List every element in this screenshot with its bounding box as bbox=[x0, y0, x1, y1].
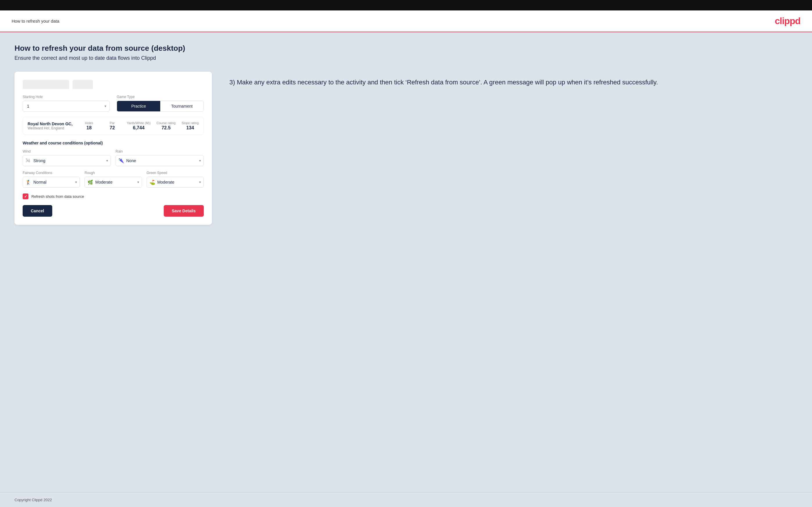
rain-label: Rain bbox=[115, 149, 204, 154]
page-title: How to refresh your data from source (de… bbox=[14, 44, 798, 53]
course-rating-value: 72.5 bbox=[161, 125, 170, 130]
refresh-row: Refresh shots from data source bbox=[22, 193, 204, 199]
par-value: 72 bbox=[110, 125, 115, 130]
course-row: Royal North Devon GC, Westward Ho!, Engl… bbox=[22, 117, 204, 135]
instruction-box: 3) Make any extra edits necessary to the… bbox=[230, 72, 798, 87]
green-speed-select-wrapper: ⛳ Moderate ▾ bbox=[147, 177, 204, 188]
conditions-row-2: Fairway Conditions 🏌 Normal ▾ Rough 🌿 bbox=[22, 171, 204, 188]
header: How to refresh your data clippd bbox=[0, 10, 812, 32]
footer-text: Copyright Clippd 2022 bbox=[14, 498, 52, 502]
wind-label: Wind bbox=[22, 149, 111, 154]
holes-label: Holes bbox=[85, 121, 93, 125]
course-name: Royal North Devon GC, bbox=[28, 121, 74, 126]
fairway-group: Fairway Conditions 🏌 Normal ▾ bbox=[22, 171, 80, 188]
refresh-checkbox[interactable] bbox=[22, 193, 29, 199]
practice-button[interactable]: Practice bbox=[117, 101, 160, 111]
slope-rating-label: Slope rating bbox=[182, 121, 199, 125]
game-type-label: Game Type bbox=[117, 95, 204, 99]
course-rating-label: Course rating bbox=[156, 121, 175, 125]
course-location: Westward Ho!, England bbox=[28, 126, 74, 130]
instruction-text: 3) Make any extra edits necessary to the… bbox=[230, 77, 798, 87]
wind-select[interactable]: Strong bbox=[22, 155, 111, 166]
slope-rating-value: 134 bbox=[186, 125, 194, 130]
header-title: How to refresh your data bbox=[12, 18, 59, 23]
save-details-button[interactable]: Save Details bbox=[164, 205, 204, 217]
cancel-button[interactable]: Cancel bbox=[22, 205, 52, 217]
green-speed-group: Green Speed ⛳ Moderate ▾ bbox=[147, 171, 204, 188]
course-rating-stat: Course rating 72.5 bbox=[156, 121, 175, 130]
tournament-button[interactable]: Tournament bbox=[160, 101, 204, 111]
logo: clippd bbox=[775, 16, 800, 26]
yards-stat: Yards/White (M)) 6,744 bbox=[127, 121, 151, 130]
holes-stat: Holes 18 bbox=[81, 121, 98, 130]
rain-select[interactable]: None bbox=[115, 155, 204, 166]
hole-gametype-row: Starting Hole 1 ▾ Game Type Practice Tou… bbox=[22, 95, 204, 112]
rough-group: Rough 🌿 Moderate ▾ bbox=[85, 171, 142, 188]
action-row: Cancel Save Details bbox=[22, 205, 204, 217]
form-top-stubs bbox=[22, 80, 204, 89]
footer: Copyright Clippd 2022 bbox=[0, 492, 812, 507]
starting-hole-select[interactable]: 1 bbox=[22, 101, 110, 112]
starting-hole-group: Starting Hole 1 ▾ bbox=[22, 95, 110, 112]
fairway-label: Fairway Conditions bbox=[22, 171, 80, 175]
main-content: How to refresh your data from source (de… bbox=[0, 32, 812, 492]
green-speed-label: Green Speed bbox=[147, 171, 204, 175]
rough-select[interactable]: Moderate bbox=[85, 177, 142, 188]
fairway-select[interactable]: Normal bbox=[22, 177, 80, 188]
course-info: Royal North Devon GC, Westward Ho!, Engl… bbox=[28, 121, 74, 130]
rain-select-wrapper: 🌂 None ▾ bbox=[115, 155, 204, 166]
green-speed-select[interactable]: Moderate bbox=[147, 177, 204, 188]
holes-value: 18 bbox=[87, 125, 92, 130]
fairway-select-wrapper: 🏌 Normal ▾ bbox=[22, 177, 80, 188]
starting-hole-wrapper: 1 ▾ bbox=[22, 101, 110, 112]
par-label: Par bbox=[110, 121, 115, 125]
rough-select-wrapper: 🌿 Moderate ▾ bbox=[85, 177, 142, 188]
content-area: Starting Hole 1 ▾ Game Type Practice Tou… bbox=[14, 72, 798, 225]
starting-hole-label: Starting Hole bbox=[22, 95, 110, 99]
weather-title: Weather and course conditions (optional) bbox=[22, 141, 204, 145]
wind-rain-row: Wind 🌬 Strong ▾ Rain 🌂 None bbox=[22, 149, 204, 166]
form-card: Starting Hole 1 ▾ Game Type Practice Tou… bbox=[14, 72, 212, 225]
stub-tab-2 bbox=[72, 80, 93, 89]
game-type-toggle: Practice Tournament bbox=[117, 101, 204, 112]
wind-group: Wind 🌬 Strong ▾ bbox=[22, 149, 111, 166]
refresh-label: Refresh shots from data source bbox=[31, 194, 84, 199]
wind-select-wrapper: 🌬 Strong ▾ bbox=[22, 155, 111, 166]
rain-group: Rain 🌂 None ▾ bbox=[115, 149, 204, 166]
top-bar bbox=[0, 0, 812, 10]
rough-label: Rough bbox=[85, 171, 142, 175]
yards-label: Yards/White (M)) bbox=[127, 121, 151, 125]
slope-rating-stat: Slope rating 134 bbox=[182, 121, 199, 130]
page-subtitle: Ensure the correct and most up to date d… bbox=[14, 55, 798, 61]
yards-value: 6,744 bbox=[133, 125, 145, 130]
par-stat: Par 72 bbox=[104, 121, 121, 130]
stub-tab-1 bbox=[22, 80, 69, 89]
game-type-group: Game Type Practice Tournament bbox=[117, 95, 204, 112]
